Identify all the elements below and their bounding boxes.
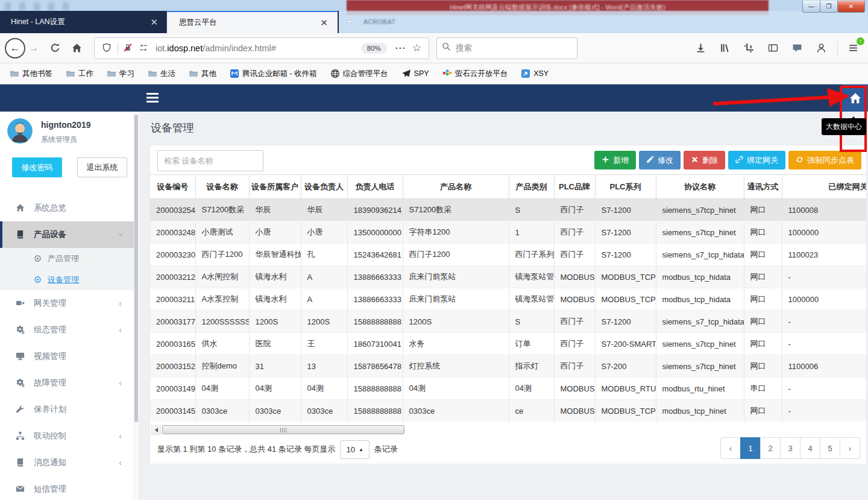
- sidebar-item-视频管理[interactable]: 视频管理: [0, 343, 134, 370]
- column-header[interactable]: 设备所属客户: [249, 175, 301, 199]
- bookmark-item[interactable]: 生活: [148, 69, 175, 79]
- table-row[interactable]: 2000031771200SSSSSS1200S1200S15888888888…: [150, 311, 866, 333]
- table-cell: 15243642681: [347, 244, 403, 266]
- sidebar-collapse-icon[interactable]: [146, 92, 159, 103]
- url-bar[interactable]: iot.idosp.net/admin/index.html# 80% ··· …: [94, 37, 429, 59]
- scrollbar-thumb[interactable]: [162, 425, 404, 434]
- table-row[interactable]: 200003211A水泵控制镇海水利A13886663333庶来门前泵站镇海泵站…: [150, 288, 866, 311]
- column-header[interactable]: 协议名称: [656, 175, 744, 199]
- tab-hinet[interactable]: Hinet - LAN设置 ✕: [0, 11, 167, 33]
- device-search-input[interactable]: [157, 150, 263, 171]
- shield-icon[interactable]: [102, 43, 113, 54]
- column-header[interactable]: 产品名称: [403, 175, 509, 199]
- bookmark-star-icon[interactable]: ☆: [412, 42, 421, 54]
- search-bar[interactable]: [436, 37, 577, 59]
- column-header[interactable]: PLC品牌: [554, 175, 595, 199]
- bookmark-item[interactable]: SPY: [401, 69, 429, 78]
- table-cell: S7-1200: [595, 311, 656, 333]
- page-button-4[interactable]: 4: [800, 437, 820, 459]
- column-header[interactable]: 设备名称: [195, 175, 249, 199]
- bookmark-item[interactable]: 其他: [189, 69, 216, 79]
- page-button-3[interactable]: 3: [780, 437, 800, 459]
- minimize-button[interactable]: —: [802, 1, 820, 13]
- table-row[interactable]: 200003165供水医院王18607310041水务订单西门子S7-200-S…: [150, 333, 866, 355]
- sidebar-item-系统总览[interactable]: 系统总览: [0, 195, 134, 221]
- insecure-lock-icon[interactable]: [123, 43, 134, 54]
- sidebar-subitem-产品管理[interactable]: 产品管理: [0, 248, 134, 269]
- tab-close-icon[interactable]: ✕: [148, 17, 160, 28]
- page-size-dropdown[interactable]: 10▲: [340, 440, 369, 459]
- forward-button[interactable]: →: [25, 42, 42, 54]
- column-header[interactable]: 已绑定网关: [782, 175, 866, 199]
- bookmark-item[interactable]: 工作: [66, 69, 93, 79]
- table-row[interactable]: 200003152控制demo311315878656478灯控系统指示灯西门子…: [150, 355, 866, 378]
- big-data-center-home-button[interactable]: [842, 84, 868, 112]
- bookmark-item[interactable]: 学习: [107, 69, 134, 79]
- table-row[interactable]: 200003254S71200数采华辰华辰18390936214S71200数采…: [150, 199, 866, 221]
- bookmark-item[interactable]: 综合管理平台: [330, 69, 388, 79]
- search-input[interactable]: [456, 43, 546, 52]
- menu-hamburger-icon[interactable]: ↑: [844, 39, 862, 57]
- zoom-level-button[interactable]: 80%: [361, 43, 387, 54]
- new-tab-button[interactable]: +: [341, 14, 357, 30]
- table-horizontal-scrollbar[interactable]: [151, 425, 414, 435]
- toolbar-button-新增[interactable]: 新增: [594, 151, 636, 169]
- chat-bubble-icon[interactable]: [788, 39, 806, 57]
- xsy-icon: [521, 69, 530, 78]
- bookmark-item[interactable]: 其他书签: [10, 69, 52, 79]
- account-icon[interactable]: [812, 39, 830, 57]
- sidebar-item-组态管理[interactable]: 组态管理‹: [0, 317, 134, 343]
- browser-home-button[interactable]: [68, 39, 86, 57]
- toolbar-button-删除[interactable]: 删除: [684, 151, 725, 169]
- sidebar-item-网关管理[interactable]: 网关管理‹: [0, 290, 134, 317]
- sidebar-scrollbar-thumb[interactable]: [134, 115, 138, 422]
- library-icon[interactable]: [715, 39, 734, 57]
- column-header[interactable]: 设备编号: [150, 175, 195, 199]
- toolbar-button-绑定网关[interactable]: 绑定网关: [728, 151, 785, 169]
- tab-close-icon[interactable]: ✕: [318, 17, 330, 28]
- column-header[interactable]: 通讯方式: [744, 175, 782, 199]
- sidebar-item-产品设备[interactable]: 产品设备‹: [0, 221, 134, 248]
- page-actions-icon[interactable]: ···: [395, 43, 406, 53]
- permissions-icon[interactable]: [139, 43, 149, 54]
- toolbar-button-修改[interactable]: 修改: [639, 151, 681, 169]
- pencil-icon: [646, 156, 654, 165]
- bookmark-item[interactable]: 萤石云开放平台: [442, 69, 508, 79]
- table-row[interactable]: 200003230西门子1200华辰智通科技孔15243642681西门子120…: [150, 244, 866, 266]
- page-button-‹[interactable]: ‹: [720, 437, 741, 459]
- close-button[interactable]: ✕: [837, 1, 865, 13]
- logout-button[interactable]: 退出系统: [77, 157, 127, 177]
- column-header[interactable]: 设备负责人: [301, 175, 347, 199]
- restore-button[interactable]: ❐: [820, 1, 838, 13]
- sidebar-toggle-icon[interactable]: [764, 39, 782, 57]
- column-header[interactable]: PLC系列: [595, 175, 656, 199]
- table-row[interactable]: 2000031450303ce0303ce0303ce1588888888803…: [150, 400, 866, 422]
- sidebar-item-短信管理[interactable]: 短信管理: [0, 476, 134, 500]
- sidebar-item-保养计划[interactable]: 保养计划: [0, 396, 134, 423]
- tab-sipu-cloud[interactable]: 思普云平台 ✕: [167, 11, 338, 33]
- sidebar-subitem-设备管理[interactable]: 设备管理: [0, 269, 134, 290]
- sidebar-item-故障管理[interactable]: 故障管理‹: [0, 370, 134, 396]
- table-row[interactable]: 20000314904测04测04测1588888888804测04测MODBU…: [150, 378, 866, 400]
- download-icon[interactable]: [691, 39, 709, 57]
- table-row[interactable]: 200003212A水闸控制镇海水利A13886663333庶来门前泵站镇海泵站…: [150, 266, 866, 288]
- page-button-1[interactable]: 1: [740, 437, 761, 459]
- page-button-5[interactable]: 5: [820, 437, 840, 459]
- sidebar-item-消息通知[interactable]: 消息通知‹: [0, 449, 134, 476]
- toolbar-button-强制同步点表[interactable]: 强制同步点表: [788, 151, 861, 169]
- table-toolbar: 新增修改删除绑定网关强制同步点表: [594, 151, 861, 169]
- table-cell: 04测: [249, 378, 301, 400]
- bookmark-item[interactable]: XSY: [521, 69, 549, 78]
- back-button[interactable]: ←: [5, 38, 25, 59]
- bookmark-item[interactable]: 腾讯企业邮箱 - 收件箱: [230, 69, 317, 79]
- screenshot-icon[interactable]: [740, 39, 758, 57]
- column-header[interactable]: 产品类别: [509, 175, 554, 199]
- scroll-left-arrow[interactable]: [151, 425, 161, 435]
- sidebar-item-联动控制[interactable]: 联动控制‹: [0, 423, 134, 449]
- table-row[interactable]: 200003248小唐测试小唐小唐13500000000字符串12001西门子S…: [150, 221, 866, 244]
- page-button-2[interactable]: 2: [760, 437, 781, 459]
- change-password-button[interactable]: 修改密码: [12, 157, 62, 177]
- column-header[interactable]: 负责人电话: [347, 175, 403, 199]
- page-button-›[interactable]: ›: [840, 437, 860, 459]
- reload-button[interactable]: [46, 39, 64, 57]
